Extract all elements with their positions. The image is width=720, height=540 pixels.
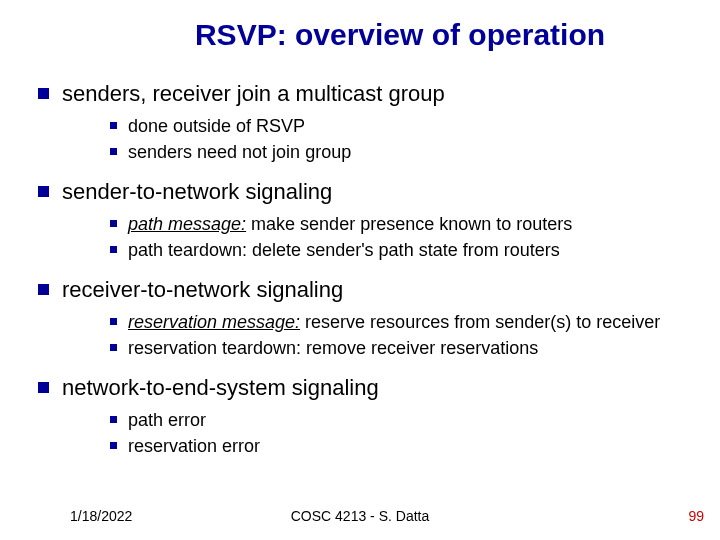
bullet-item: receiver-to-network signaling reservatio…: [30, 276, 700, 360]
sub-item: path teardown: delete sender's path stat…: [62, 238, 700, 262]
sub-item: done outside of RSVP: [62, 114, 700, 138]
slide-title: RSVP: overview of operation: [0, 18, 720, 52]
sub-list: reservation message: reserve resources f…: [62, 310, 700, 361]
bullet-item: network-to-end-system signaling path err…: [30, 374, 700, 458]
sub-em: path message:: [128, 214, 246, 234]
slide: RSVP: overview of operation senders, rec…: [0, 0, 720, 540]
sub-item: path message: make sender presence known…: [62, 212, 700, 236]
sub-rest: make sender presence known to routers: [246, 214, 572, 234]
bullet-text: senders, receiver join a multicast group: [62, 81, 445, 106]
slide-content: senders, receiver join a multicast group…: [30, 80, 700, 472]
bullet-item: sender-to-network signaling path message…: [30, 178, 700, 262]
sub-text: done outside of RSVP: [128, 116, 305, 136]
sub-text: reservation error: [128, 436, 260, 456]
sub-list: path error reservation error: [62, 408, 700, 459]
sub-text: path teardown: delete sender's path stat…: [128, 240, 560, 260]
sub-text: path error: [128, 410, 206, 430]
bullet-text: receiver-to-network signaling: [62, 277, 343, 302]
bullet-item: senders, receiver join a multicast group…: [30, 80, 700, 164]
sub-em: reservation message:: [128, 312, 300, 332]
sub-item: path error: [62, 408, 700, 432]
bullet-text: network-to-end-system signaling: [62, 375, 379, 400]
sub-item: reservation teardown: remove receiver re…: [62, 336, 700, 360]
sub-list: path message: make sender presence known…: [62, 212, 700, 263]
sub-item: reservation message: reserve resources f…: [62, 310, 700, 334]
footer-page-number: 99: [688, 508, 704, 524]
sub-item: senders need not join group: [62, 140, 700, 164]
bullet-list: senders, receiver join a multicast group…: [30, 80, 700, 458]
sub-list: done outside of RSVP senders need not jo…: [62, 114, 700, 165]
bullet-text: sender-to-network signaling: [62, 179, 332, 204]
sub-rest: reserve resources from sender(s) to rece…: [300, 312, 660, 332]
sub-text: senders need not join group: [128, 142, 351, 162]
sub-text: reservation teardown: remove receiver re…: [128, 338, 538, 358]
footer-course: COSC 4213 - S. Datta: [0, 508, 720, 524]
sub-item: reservation error: [62, 434, 700, 458]
